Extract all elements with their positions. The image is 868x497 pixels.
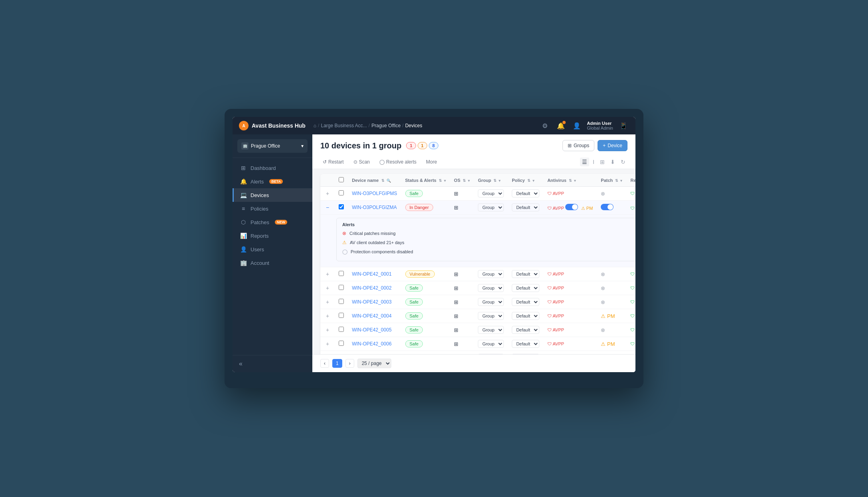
sidebar-item-reports[interactable]: 📊 Reports xyxy=(233,229,312,243)
row-checkbox[interactable] xyxy=(339,299,344,304)
select-all-checkbox[interactable] xyxy=(339,177,344,182)
rpc-badge: 🛡 PRC xyxy=(630,272,635,276)
antivirus-badge: 🛡 AVPP xyxy=(547,341,564,346)
pagination-page-1[interactable]: 1 xyxy=(332,359,342,368)
user-info: Admin User Global Admin xyxy=(587,121,613,130)
row-checkbox[interactable] xyxy=(339,190,344,195)
top-bar-actions: ⚙ 🔔 👤 Admin User Global Admin 📱 xyxy=(539,120,629,131)
row-checkbox[interactable] xyxy=(339,327,344,332)
sidebar-item-label: Users xyxy=(251,247,264,252)
more-button[interactable]: More xyxy=(424,158,439,166)
groups-icon: ⊞ xyxy=(568,143,572,148)
alert-text: AV client outdated 21+ days xyxy=(350,240,404,245)
sidebar-item-label: Alerts xyxy=(251,179,264,185)
settings-icon[interactable]: ⚙ xyxy=(539,120,550,131)
resolve-alerts-button[interactable]: ◯ Resolve alerts xyxy=(377,158,419,166)
policy-select[interactable]: Default xyxy=(512,189,539,197)
group-select[interactable]: Group xyxy=(478,284,504,292)
expand-row-button[interactable]: + xyxy=(324,313,331,319)
group-select[interactable]: Group xyxy=(478,298,504,306)
expand-row-button[interactable]: + xyxy=(324,271,331,277)
refresh-button[interactable]: ↻ xyxy=(619,158,627,166)
table-row: + WIN-OPE42_0007 Safe ⊞ Group Default 🛡 … xyxy=(320,351,635,355)
view-grid-button[interactable]: ⊞ xyxy=(598,158,607,166)
alert-icon-red: ⊗ xyxy=(342,231,346,236)
td-rpc: 🛡 PRC Connect xyxy=(626,201,635,215)
device-name-link[interactable]: WIN-OPE42_0002 xyxy=(352,285,391,291)
sidebar-item-patches[interactable]: ⬡ Patches NEW xyxy=(233,215,312,229)
sidebar-item-dashboard[interactable]: ⊞ Dashboard xyxy=(233,161,312,175)
policy-select[interactable]: Default xyxy=(512,326,539,334)
row-checkbox[interactable] xyxy=(339,271,344,276)
row-checkbox[interactable] xyxy=(339,341,344,346)
expand-row-button[interactable]: + xyxy=(324,190,331,197)
scan-icon: ⊙ xyxy=(353,159,357,165)
device-name-link[interactable]: WIN-OPE42_0001 xyxy=(352,271,391,277)
main-layout: 🏢 Prague Office ▾ ⊞ Dashboard 🔔 Alerts xyxy=(233,134,635,372)
device-name-link[interactable]: WIN-O3POLFGIPMS xyxy=(352,191,397,196)
office-dropdown[interactable]: 🏢 Prague Office ▾ xyxy=(237,139,308,153)
antivirus-toggle[interactable] xyxy=(565,204,578,210)
device-name-link[interactable]: WIN-OPE42_0003 xyxy=(352,299,391,305)
policy-select[interactable]: Default xyxy=(512,340,539,348)
per-page-select[interactable]: 25 / page 10 / page 50 / page xyxy=(357,359,391,368)
group-select[interactable]: Group xyxy=(478,203,504,211)
expand-row-button[interactable]: + xyxy=(324,327,331,333)
patch-toggle[interactable] xyxy=(601,204,614,210)
row-checkbox[interactable] xyxy=(339,285,344,290)
app-title: Avast Business Hub xyxy=(252,122,306,129)
view-list-button[interactable]: ☰ xyxy=(580,158,589,166)
collapse-sidebar-button[interactable]: « xyxy=(239,360,243,367)
resolve-icon: ◯ xyxy=(379,159,385,165)
user-account-icon[interactable]: 👤 xyxy=(571,120,582,131)
groups-button[interactable]: ⊞ Groups xyxy=(562,140,594,151)
antivirus-badge-avpp: 🛡 AVPP xyxy=(547,206,564,211)
group-select[interactable]: Group xyxy=(478,189,504,197)
pagination: ‹ 1 › 25 / page 10 / page 50 / page xyxy=(312,354,635,372)
pagination-prev-button[interactable]: ‹ xyxy=(320,359,329,368)
expand-row-button[interactable]: + xyxy=(324,341,331,347)
group-select[interactable]: Group xyxy=(478,340,504,348)
group-select[interactable]: Group xyxy=(478,312,504,320)
sidebar-item-devices[interactable]: 💻 Devices xyxy=(233,188,312,202)
sidebar-item-users[interactable]: 👤 Users xyxy=(233,243,312,256)
add-device-button[interactable]: + Device xyxy=(598,140,627,151)
avast-logo-icon: A xyxy=(239,121,249,130)
td-expand: − xyxy=(320,201,335,215)
user-text: Admin User Global Admin xyxy=(587,121,613,130)
group-select[interactable]: Group xyxy=(478,270,504,278)
pagination-next-button[interactable]: › xyxy=(345,359,354,368)
view-compact-button[interactable]: I xyxy=(591,158,596,166)
device-name-link[interactable]: WIN-OPE42_0004 xyxy=(352,313,391,319)
device-name-link[interactable]: WIN-OPE42_0005 xyxy=(352,327,391,333)
policy-select[interactable]: Default xyxy=(512,203,539,211)
antivirus-badge: 🛡 AVPP xyxy=(547,314,564,318)
policy-select[interactable]: Default xyxy=(512,284,539,292)
os-icon: ⊞ xyxy=(454,271,458,277)
td-status: Safe xyxy=(401,187,450,201)
expand-row-button[interactable]: + xyxy=(324,299,331,305)
sidebar-item-account[interactable]: 🏢 Account xyxy=(233,256,312,270)
download-button[interactable]: ⬇ xyxy=(608,158,617,166)
policy-select[interactable]: Default xyxy=(512,270,539,278)
sidebar-item-alerts[interactable]: 🔔 Alerts BETA xyxy=(233,175,312,188)
policy-select[interactable]: Default xyxy=(512,298,539,306)
restart-button[interactable]: ↺ Restart xyxy=(320,158,346,166)
breadcrumb-item-2[interactable]: Prague Office xyxy=(371,123,400,128)
device-name-link[interactable]: WIN-OPE42_0006 xyxy=(352,341,391,347)
row-checkbox[interactable] xyxy=(339,313,344,318)
device-manager-icon[interactable]: 📱 xyxy=(618,120,629,131)
notifications-icon[interactable]: 🔔 xyxy=(555,120,566,131)
expand-row-button[interactable]: + xyxy=(324,285,331,291)
os-icon: ⊞ xyxy=(454,327,458,333)
user-name: Admin User xyxy=(587,121,613,126)
device-name-link[interactable]: WIN-O3POLFGIZMA xyxy=(352,205,397,210)
row-checkbox[interactable] xyxy=(339,204,344,209)
expand-row-button[interactable]: − xyxy=(324,204,331,211)
policy-select[interactable]: Default xyxy=(512,312,539,320)
group-select[interactable]: Group xyxy=(478,326,504,334)
scan-button[interactable]: ⊙ Scan xyxy=(351,158,372,166)
sidebar-item-label: Dashboard xyxy=(251,165,276,171)
sidebar-item-policies[interactable]: ≡ Policies xyxy=(233,202,312,215)
page-title: 10 devices in 1 group xyxy=(320,141,401,150)
